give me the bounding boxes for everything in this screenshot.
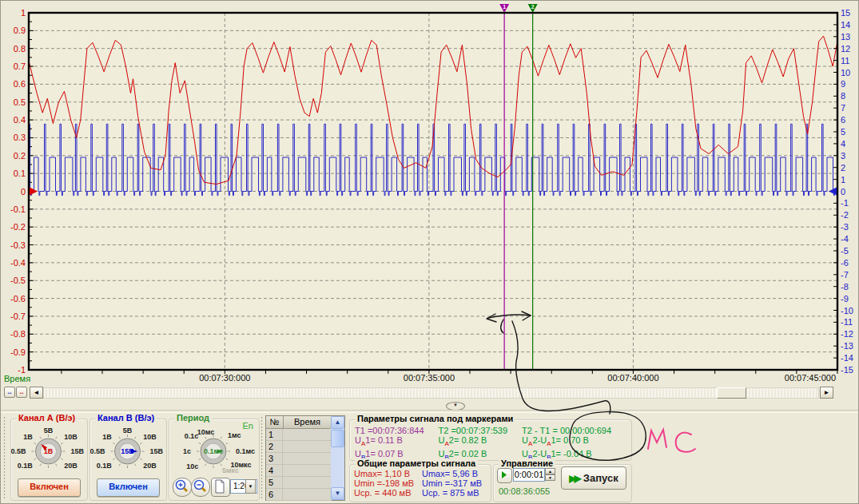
table-scrollbar[interactable]: ▲▼ [331, 416, 344, 500]
knob-dial-label: 1В [102, 433, 112, 441]
knob-dial-label: 10В [143, 433, 157, 441]
knob-value: 0.1мс [204, 447, 223, 455]
left-axis-label: -0.3 [10, 240, 26, 250]
knob-dial-label: 15В [150, 447, 164, 455]
common-params-title: Общие параметры сигнала [355, 458, 478, 468]
left-axis-label: 0.2 [14, 151, 26, 161]
play-icon [498, 469, 510, 481]
scale-select-arrow[interactable]: ▼ [245, 479, 256, 494]
table-row[interactable]: 3 [266, 453, 332, 465]
knob-dial-label: 20В [143, 462, 157, 470]
zoom-in-button[interactable] [173, 478, 192, 497]
right-axis-label: -7 [841, 270, 849, 280]
play-button[interactable] [497, 468, 512, 483]
left-axis-label: 0.4 [14, 115, 26, 125]
scroll-left-button[interactable]: ◄ [30, 387, 43, 399]
channel-a-panel: Канал А (В/э) 1В5В10В15В20В0.1В0.5В1В Вк… [10, 419, 88, 501]
panel-grip-left[interactable] [2, 416, 6, 500]
table-scroll-up[interactable]: ▲ [331, 416, 344, 429]
table-row[interactable]: 1 [266, 429, 332, 441]
knob-dial-label: 1В [23, 433, 33, 441]
left-axis-label: 1 [21, 8, 26, 18]
time-scrollbar: .. .. ◄ ► [1, 387, 859, 399]
common-params-panel: Общие параметры сигнала Umax= 1,10 ВUmin… [349, 464, 491, 502]
channel-a-knob[interactable]: 1В5В10В15В20В0.1В0.5В1В [11, 424, 86, 477]
knob-value: 15В [121, 447, 134, 455]
right-axis-label: -9 [841, 294, 849, 304]
table-header-number[interactable]: № [266, 416, 284, 429]
right-axis-label: 14 [841, 20, 850, 30]
right-axis-label: 11 [841, 56, 849, 65]
start-button[interactable]: ▶▶ Запуск [561, 466, 626, 490]
right-axis-label: -3 [841, 222, 849, 232]
table-row[interactable]: 6 [266, 489, 332, 501]
events-table[interactable]: №Время123456▲▼ [265, 415, 345, 501]
right-axis-label: -12 [841, 329, 853, 339]
right-axis-label: -11 [841, 317, 853, 327]
knob-dial-label: 0.1мс [236, 447, 255, 455]
marker-params-panel: Параметры сигнала под маркерами T1 =00:0… [349, 419, 632, 461]
zoom-out-icon [192, 478, 208, 494]
right-axis-label: -5 [841, 246, 849, 256]
right-axis-label: 3 [841, 151, 845, 161]
knob-dial-label: 5В [123, 427, 133, 435]
scrollbar-thumb[interactable] [717, 387, 746, 399]
oscilloscope-window: 1210.90.80.70.60.50.40.30.20.10-0.1-0.2-… [0, 0, 859, 504]
handwritten-note-ms [648, 430, 695, 452]
spin-up-button[interactable]: ▲ [545, 468, 555, 474]
right-axis-label: 15 [841, 8, 850, 18]
scroll-right-button[interactable]: ► [820, 387, 833, 399]
knob-dial-label: 15В [71, 447, 85, 455]
table-scroll-down[interactable]: ▼ [331, 487, 344, 500]
common-params-channel-b: Umax= 5,96 ВUmin =-317 мВUср. = 875 мВ [422, 469, 482, 498]
control-title: Управление [499, 458, 555, 468]
knob-dial-label: 1с [183, 447, 191, 455]
x-tick-label: 00:07:40:000 [607, 373, 658, 383]
dots-blue-button[interactable]: .. [4, 387, 15, 398]
right-axis-label: 6 [841, 115, 845, 125]
right-axis-label: 13 [841, 32, 850, 42]
left-axis-label: -0.6 [10, 294, 26, 304]
knob-dial-label: 10с [186, 462, 198, 470]
knob-dial-label: 1мс [228, 431, 241, 439]
elapsed-time: 00:08:36:055 [499, 486, 550, 496]
page-icon [212, 478, 228, 494]
oscilloscope-chart[interactable]: 1210.90.80.70.60.50.40.30.20.10-0.1-0.2-… [1, 1, 859, 386]
left-axis-label: -0.2 [10, 222, 26, 232]
new-page-button[interactable] [211, 478, 230, 497]
table-header-time[interactable]: Время [284, 416, 332, 429]
right-axis-label: -15 [841, 365, 853, 375]
zoom-in-icon [173, 478, 189, 494]
left-axis-label: 0.8 [14, 44, 26, 54]
knob-value: 1В [44, 447, 54, 455]
knob-dial-label: 0.1В [97, 462, 113, 470]
table-scroll-thumb[interactable] [331, 430, 344, 447]
zoom-out-button[interactable] [191, 478, 210, 497]
table-row[interactable]: 4 [266, 465, 332, 477]
right-axis-label: -2 [841, 210, 849, 220]
time-axis-label: Время [4, 374, 30, 383]
left-axis-label: 0.9 [14, 26, 26, 35]
channel-b-power-button[interactable]: Включен [97, 478, 160, 497]
scrollbar-track[interactable] [43, 387, 819, 399]
svg-text:2: 2 [531, 4, 535, 10]
table-row[interactable]: 5 [266, 477, 332, 489]
channel-b-knob[interactable]: 15В5В10В15В20В0.1В0.5В1В [90, 424, 165, 477]
left-axis-label: 0.1 [14, 169, 26, 178]
left-axis-label: 0.5 [14, 97, 26, 107]
panel-grip-mid[interactable] [260, 416, 264, 500]
channel-b-title: Канал В (В/э) [95, 413, 157, 423]
channel-a-power-button[interactable]: Включен [18, 478, 81, 497]
spin-down-button[interactable]: ▼ [545, 474, 555, 481]
interval-spinbox[interactable]: 0:00:01 [513, 468, 545, 482]
knob-dial-label: 5В [44, 427, 54, 435]
right-axis-label: 8 [841, 91, 845, 101]
period-knob[interactable]: 0.1мс10мс1мс0.1мс10мкс5мкс10с1с0.1с [169, 424, 257, 477]
knob-dial-label: 0.1с [185, 432, 199, 440]
knob-dial-label: 0.5В [11, 447, 26, 455]
right-axis-label: 4 [841, 139, 845, 149]
dots-red-button[interactable]: .. [16, 387, 27, 398]
right-axis-label: 9 [841, 79, 845, 89]
table-row[interactable]: 2 [266, 441, 332, 453]
period-title: Период [174, 413, 212, 423]
